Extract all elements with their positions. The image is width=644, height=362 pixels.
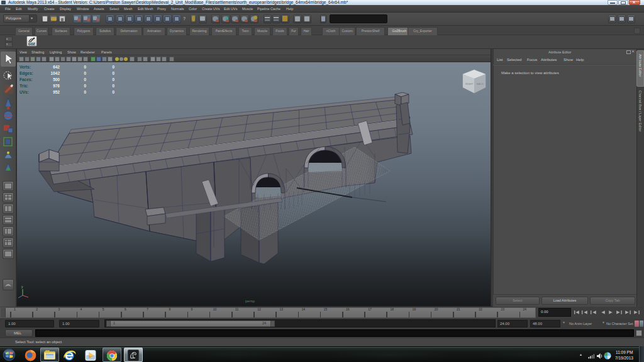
svg-text:BACK: BACK — [477, 82, 484, 85]
svg-text:0: 0 — [112, 65, 114, 69]
svg-text:1042: 1042 — [51, 71, 60, 75]
svg-text:0: 0 — [84, 84, 86, 88]
svg-text:GOZ: GOZ — [28, 42, 35, 46]
svg-text:Tris:: Tris: — [19, 84, 28, 88]
svg-text:952: 952 — [53, 90, 60, 94]
svg-text:Channel Box / Layer Editor: Channel Box / Layer Editor — [638, 90, 642, 132]
svg-text:0: 0 — [84, 71, 86, 75]
svg-text:Faces:: Faces: — [19, 77, 33, 82]
svg-text:0: 0 — [84, 65, 86, 69]
svg-text:642: 642 — [53, 65, 60, 69]
svg-text:0: 0 — [112, 84, 114, 88]
svg-text:Verts:: Verts: — [19, 65, 31, 69]
svg-text:persp: persp — [245, 299, 255, 303]
svg-text:RIGHT: RIGHT — [465, 82, 474, 85]
svg-text:Attribute Editor: Attribute Editor — [638, 54, 642, 77]
svg-text:0: 0 — [84, 77, 86, 82]
svg-text:UVs:: UVs: — [19, 90, 29, 94]
svg-text:500: 500 — [53, 77, 60, 82]
svg-text:0: 0 — [112, 71, 114, 75]
svg-text:0: 0 — [112, 90, 114, 94]
svg-text:976: 976 — [53, 84, 60, 88]
svg-text:0: 0 — [84, 90, 86, 94]
svg-text:0: 0 — [112, 77, 114, 82]
svg-text:Edges:: Edges: — [19, 71, 33, 76]
